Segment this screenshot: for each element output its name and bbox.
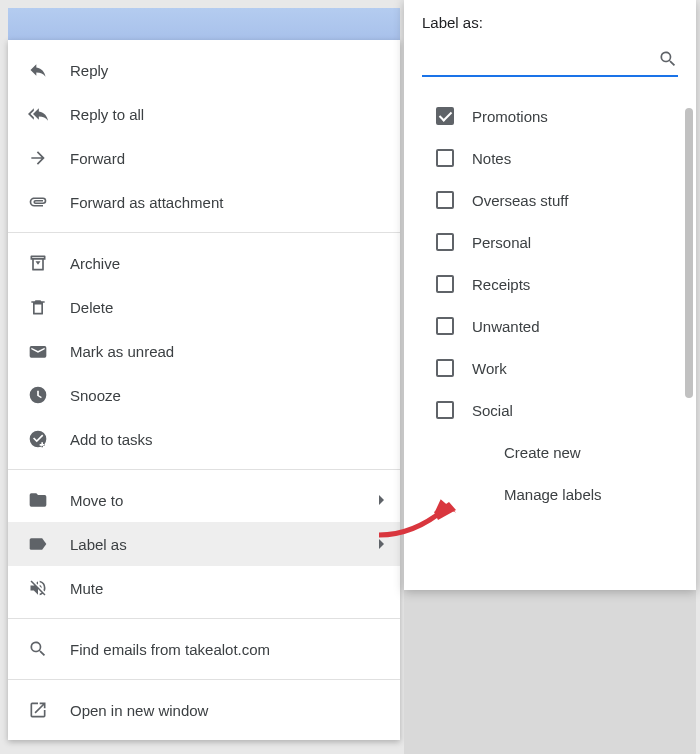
menu-label: Move to — [70, 492, 379, 509]
label-row[interactable]: Notes — [436, 137, 678, 179]
open-new-window-icon — [28, 700, 48, 720]
snooze-icon — [28, 385, 48, 405]
label-icon — [28, 534, 48, 554]
menu-find-emails[interactable]: Find emails from takealot.com — [8, 627, 400, 671]
context-menu: Reply Reply to all Forward Forward as at… — [8, 40, 400, 740]
attachment-icon — [28, 192, 48, 212]
chevron-right-icon — [379, 495, 384, 505]
menu-forward[interactable]: Forward — [8, 136, 400, 180]
label-name: Notes — [472, 150, 511, 167]
scrollbar-track[interactable] — [682, 108, 696, 468]
label-name: Overseas stuff — [472, 192, 568, 209]
label-row[interactable]: Promotions — [436, 95, 678, 137]
menu-archive[interactable]: Archive — [8, 241, 400, 285]
menu-mark-unread[interactable]: Mark as unread — [8, 329, 400, 373]
checkbox-icon[interactable] — [436, 275, 454, 293]
scrollbar-thumb[interactable] — [685, 108, 693, 398]
menu-snooze[interactable]: Snooze — [8, 373, 400, 417]
forward-icon — [28, 148, 48, 168]
add-tasks-icon — [28, 429, 48, 449]
menu-label: Mute — [70, 580, 384, 597]
label-name: Promotions — [472, 108, 548, 125]
popover-title: Label as: — [404, 14, 696, 43]
checkbox-icon[interactable] — [436, 359, 454, 377]
menu-label: Delete — [70, 299, 384, 316]
delete-icon — [28, 297, 48, 317]
archive-icon — [28, 253, 48, 273]
label-name: Unwanted — [472, 318, 540, 335]
label-row[interactable]: Receipts — [436, 263, 678, 305]
chevron-right-icon — [379, 539, 384, 549]
reply-all-icon — [28, 104, 48, 124]
background-panel — [404, 590, 696, 754]
mark-unread-icon — [28, 341, 48, 361]
menu-label: Forward as attachment — [70, 194, 384, 211]
create-new-label[interactable]: Create new — [436, 431, 678, 473]
menu-open-new-window[interactable]: Open in new window — [8, 688, 400, 732]
menu-reply-all[interactable]: Reply to all — [8, 92, 400, 136]
menu-label: Archive — [70, 255, 384, 272]
label-search-input[interactable] — [422, 43, 658, 75]
label-row[interactable]: Unwanted — [436, 305, 678, 347]
label-row[interactable]: Overseas stuff — [436, 179, 678, 221]
checkbox-icon[interactable] — [436, 191, 454, 209]
checkbox-icon[interactable] — [436, 317, 454, 335]
menu-label: Forward — [70, 150, 384, 167]
search-icon — [28, 639, 48, 659]
menu-label: Reply to all — [70, 106, 384, 123]
labels-list[interactable]: PromotionsNotesOverseas stuffPersonalRec… — [404, 95, 696, 582]
menu-label: Mark as unread — [70, 343, 384, 360]
menu-label: Add to tasks — [70, 431, 384, 448]
menu-reply[interactable]: Reply — [8, 48, 400, 92]
label-name: Receipts — [472, 276, 530, 293]
folder-icon — [28, 490, 48, 510]
window-titlebar — [8, 8, 400, 40]
label-row[interactable]: Social — [436, 389, 678, 431]
menu-label: Open in new window — [70, 702, 384, 719]
reply-icon — [28, 60, 48, 80]
search-icon — [658, 49, 678, 69]
label-row[interactable]: Personal — [436, 221, 678, 263]
label-search-row — [422, 43, 678, 77]
mute-icon — [28, 578, 48, 598]
menu-mute[interactable]: Mute — [8, 566, 400, 610]
checkbox-icon[interactable] — [436, 149, 454, 167]
menu-label: Find emails from takealot.com — [70, 641, 384, 658]
menu-label-as[interactable]: Label as — [8, 522, 400, 566]
menu-delete[interactable]: Delete — [8, 285, 400, 329]
checkbox-icon[interactable] — [436, 107, 454, 125]
menu-label: Snooze — [70, 387, 384, 404]
menu-move-to[interactable]: Move to — [8, 478, 400, 522]
menu-label: Reply — [70, 62, 384, 79]
label-row[interactable]: Work — [436, 347, 678, 389]
label-name: Work — [472, 360, 507, 377]
label-as-popover: Label as: PromotionsNotesOverseas stuffP… — [404, 0, 696, 590]
label-name: Personal — [472, 234, 531, 251]
checkbox-icon[interactable] — [436, 401, 454, 419]
manage-labels[interactable]: Manage labels — [436, 473, 678, 515]
menu-add-tasks[interactable]: Add to tasks — [8, 417, 400, 461]
menu-forward-attachment[interactable]: Forward as attachment — [8, 180, 400, 224]
menu-label: Label as — [70, 536, 379, 553]
label-name: Social — [472, 402, 513, 419]
checkbox-icon[interactable] — [436, 233, 454, 251]
